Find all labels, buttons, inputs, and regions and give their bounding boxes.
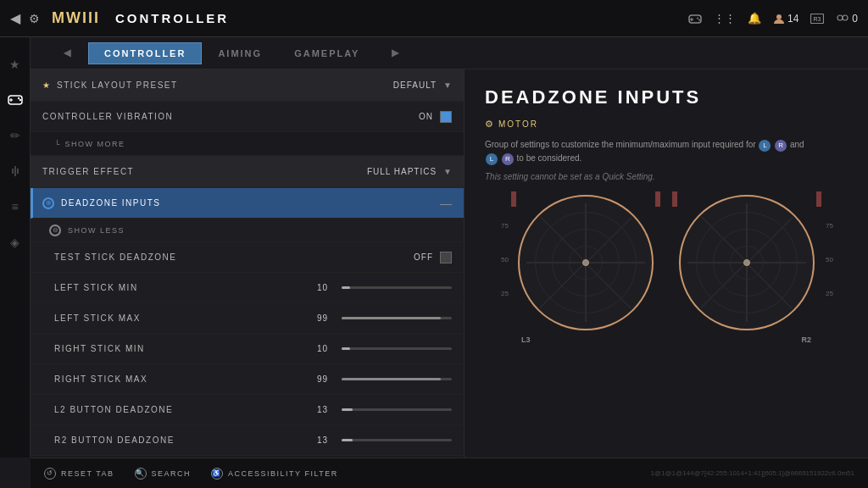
sidebar-icon-star[interactable]: ★ — [5, 54, 25, 75]
right-stick-max-row[interactable]: RIGHT STICK MAX 99 — [31, 364, 464, 395]
left-stick-min-label: LEFT STICK MIN — [54, 283, 253, 292]
stick-layout-row[interactable]: ★ STICK LAYOUT PRESET DEFAULT ▼ — [31, 69, 464, 102]
motor-label: MOTOR — [498, 119, 538, 129]
show-less-label: SHOW LESS — [68, 226, 125, 235]
svg-text:R3: R3 — [814, 16, 821, 22]
left-stick-num-75: 75 — [501, 222, 509, 230]
right-stick-visual: 75 50 25 R2 — [679, 195, 815, 330]
test-stick-deadzone-row[interactable]: TEST STICK DEADZONE OFF — [31, 242, 464, 273]
left-stick-max-slider[interactable]: 99 — [253, 313, 453, 323]
sidebar-icon-audio[interactable] — [5, 161, 25, 181]
r2-deadzone-label: R2 BUTTON DEADZONE — [54, 435, 253, 445]
tab-arrow-right[interactable]: ▶ — [376, 42, 416, 64]
search-icon: 🔍 — [135, 468, 147, 480]
accessibility-action[interactable]: ♿ ACCESSIBILITY FILTER — [211, 468, 338, 480]
motor-badge: ⚙ MOTOR — [485, 119, 848, 130]
top-icon-user[interactable]: 14 — [773, 13, 798, 25]
star-icon: ★ — [42, 80, 50, 90]
right-stick-label: R2 — [801, 336, 811, 344]
left-stick-max-value: 99 — [317, 313, 328, 323]
svg-point-9 — [843, 15, 848, 20]
tab-arrow-left[interactable]: ◀ — [47, 42, 88, 64]
left-stick-min-value: 10 — [317, 283, 328, 292]
top-bar-right: ⋮⋮ 🔔 14 R3 0 — [688, 12, 858, 25]
mw-logo: MWIII — [52, 9, 100, 27]
r2-deadzone-slider[interactable]: 13 — [253, 435, 453, 445]
page-title: CONTROLLER — [115, 11, 229, 25]
main-content: ★ STICK LAYOUT PRESET DEFAULT ▼ CONTROLL… — [31, 69, 868, 458]
controller-vibration-row[interactable]: CONTROLLER VIBRATION ON — [31, 102, 464, 132]
left-sidebar: ★ ✏ ≡ ◈ — [0, 37, 31, 458]
deadzone-inputs-row[interactable]: ⊕ DEADZONE INPUTS — — [31, 188, 464, 219]
svg-point-13 — [17, 97, 19, 99]
stick-layout-value: DEFAULT — [393, 80, 437, 90]
controller-vibration-value: ON — [419, 112, 433, 121]
r2-deadzone-row[interactable]: R2 BUTTON DEADZONE 13 — [31, 425, 464, 456]
right-stick-min-slider[interactable]: 10 — [253, 344, 453, 353]
svg-point-14 — [19, 99, 20, 101]
deadzone-visual: 75 50 25 L3 — [485, 195, 848, 330]
reset-icon: ↺ — [44, 468, 56, 480]
right-stick-max-slider[interactable]: 99 — [253, 374, 453, 384]
test-stick-toggle[interactable] — [440, 252, 452, 263]
left-stick-num-50: 50 — [501, 256, 509, 263]
top-icon-social[interactable]: R3 — [810, 14, 824, 24]
sidebar-icon-list[interactable]: ≡ — [5, 197, 25, 217]
trigger-effect-label: TRIGGER EFFECT — [42, 167, 367, 176]
top-icon-bell[interactable]: 🔔 — [748, 12, 761, 25]
top-icon-grid[interactable]: ⋮⋮ — [714, 12, 736, 25]
right-stick-num-25: 25 — [826, 290, 833, 297]
right-panel-title: DEADZONE INPUTS — [485, 86, 848, 108]
left-stick-max-label: LEFT STICK MAX — [54, 313, 253, 323]
accessibility-icon: ♿ — [211, 468, 223, 480]
l2-deadzone-slider[interactable]: 13 — [253, 405, 453, 414]
quick-setting-note: This setting cannot be set as a Quick Se… — [485, 172, 848, 181]
tab-controller[interactable]: CONTROLLER — [88, 42, 202, 64]
show-more-label: SHOW MORE — [64, 140, 125, 148]
back-button[interactable]: ◀ — [10, 10, 20, 26]
right-panel: DEADZONE INPUTS ⚙ MOTOR Group of setting… — [465, 69, 868, 458]
right-stick-min-row[interactable]: RIGHT STICK MIN 10 — [31, 334, 464, 364]
search-action[interactable]: 🔍 SEARCH — [135, 468, 192, 480]
l2-deadzone-row[interactable]: L2 BUTTON DEADZONE 13 — [31, 395, 464, 425]
tab-gameplay[interactable]: GAMEPLAY — [278, 42, 376, 64]
left-stick-label: L3 — [521, 336, 531, 344]
left-stick-max-row[interactable]: LEFT STICK MAX 99 — [31, 303, 464, 334]
l2-deadzone-value: 13 — [317, 405, 328, 414]
tab-aiming[interactable]: AIMING — [202, 42, 278, 64]
motor-icon: ⚙ — [485, 119, 493, 130]
svg-point-5 — [776, 14, 782, 19]
controller-vibration-label: CONTROLLER VIBRATION — [42, 112, 419, 121]
version-text: 1@1@1@144@7[42:255:1014+1:41][605:1]@866… — [650, 469, 854, 477]
left-stick-num-25: 25 — [501, 290, 509, 297]
trigger-effect-row[interactable]: TRIGGER EFFECT FULL HAPTICS ▼ — [31, 156, 464, 188]
gear-icon: ⚙ — [29, 12, 40, 25]
right-stick-num-50: 50 — [826, 256, 833, 263]
svg-point-4 — [698, 19, 700, 20]
sidebar-icon-edit[interactable]: ✏ — [5, 125, 25, 146]
left-stick-circle — [518, 195, 654, 330]
deadzone-inputs-label: DEADZONE INPUTS — [61, 198, 440, 208]
top-icon-party[interactable]: 0 — [836, 13, 858, 25]
show-less-row[interactable]: ⊖ SHOW LESS — [31, 219, 464, 242]
left-panel: ★ STICK LAYOUT PRESET DEFAULT ▼ CONTROLL… — [31, 69, 465, 458]
right-stick-max-value: 99 — [317, 374, 328, 384]
controller-vibration-toggle[interactable] — [440, 111, 452, 123]
test-stick-deadzone-label: TEST STICK DEADZONE — [54, 252, 414, 262]
circle-collapse-icon: ⊖ — [49, 225, 61, 236]
sidebar-icon-controller[interactable] — [5, 90, 25, 110]
right-stick-min-label: RIGHT STICK MIN — [54, 344, 253, 353]
accessibility-label: ACCESSIBILITY FILTER — [228, 469, 338, 478]
stick-layout-label: STICK LAYOUT PRESET — [57, 80, 393, 90]
sidebar-icon-diamond[interactable]: ◈ — [5, 232, 25, 252]
left-stick-min-row[interactable]: LEFT STICK MIN 10 — [31, 273, 464, 303]
l2-deadzone-label: L2 BUTTON DEADZONE — [54, 405, 253, 414]
tabs-bar: ◀ CONTROLLER AIMING GAMEPLAY ▶ — [31, 37, 868, 69]
reset-tab-action[interactable]: ↺ RESET TAB — [44, 468, 114, 480]
show-more-row[interactable]: └ SHOW MORE — [31, 132, 464, 156]
right-stick-min-value: 10 — [317, 344, 328, 353]
left-stick-min-slider[interactable]: 10 — [253, 283, 453, 292]
minus-icon: — — [440, 197, 452, 210]
circle-expand-icon: ⊕ — [42, 197, 54, 209]
top-icon-controller[interactable] — [688, 12, 702, 25]
